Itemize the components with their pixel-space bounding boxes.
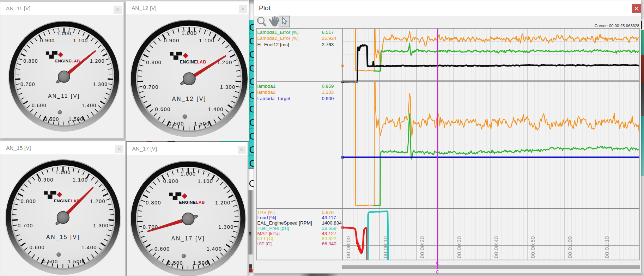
svg-text:43.127: 43.127	[322, 231, 336, 236]
svg-text:Fuel_Pres [psi]: Fuel_Pres [psi]	[257, 226, 289, 231]
svg-text:5: 5	[249, 232, 251, 237]
svg-text:00:00:40: 00:00:40	[493, 236, 499, 258]
svg-text:43.117: 43.117	[322, 215, 336, 220]
svg-text:AN_11 [V]: AN_11 [V]	[48, 93, 80, 99]
svg-text:EAL_EngineSpeed [RPM]: EAL_EngineSpeed [RPM]	[257, 220, 312, 226]
svg-text:1.100: 1.100	[199, 38, 214, 43]
svg-text:C: C	[249, 22, 254, 33]
svg-text:ENGINELAB: ENGINELAB	[55, 59, 80, 63]
svg-text:1.300: 1.300	[220, 84, 236, 90]
svg-text:0.900: 0.900	[38, 177, 54, 183]
svg-text:AN_17 [V]: AN_17 [V]	[171, 235, 205, 242]
svg-text:0.500: 0.500	[43, 259, 58, 264]
svg-text:0.700: 0.700	[143, 84, 159, 90]
svg-text:0.800: 0.800	[146, 60, 162, 65]
svg-text:0.900: 0.900	[164, 38, 180, 43]
svg-text:1.400: 1.400	[81, 245, 97, 250]
svg-text:C: C	[249, 104, 254, 115]
svg-text:1.500: 1.500	[194, 121, 209, 127]
svg-text:TPS [%]: TPS [%]	[257, 210, 275, 215]
svg-text:AN_15 [V]: AN_15 [V]	[46, 234, 80, 240]
svg-text:0.700: 0.700	[18, 223, 33, 228]
svg-text:0.800: 0.800	[23, 58, 38, 64]
svg-text:C: C	[249, 144, 254, 155]
svg-text:6.517: 6.517	[322, 30, 334, 35]
svg-text:28.669: 28.669	[322, 226, 336, 231]
svg-text:1.200: 1.200	[90, 58, 105, 64]
svg-text:C: C	[249, 117, 254, 128]
svg-text:1.400: 1.400	[206, 246, 222, 252]
svg-text:Lambda1_Error [%]: Lambda1_Error [%]	[257, 30, 298, 35]
svg-text:C: C	[249, 49, 254, 60]
svg-text:ENGINELAB: ENGINELAB	[180, 60, 206, 65]
svg-text:00:01:10: 00:01:10	[603, 236, 609, 258]
svg-text:1.000: 1.000	[182, 30, 197, 36]
svg-text:MAP [kPa]: MAP [kPa]	[257, 231, 280, 236]
svg-text:AN_12 [V]: AN_12 [V]	[172, 96, 207, 102]
svg-text:C: C	[249, 36, 254, 47]
svg-text:00:00:50: 00:00:50	[530, 236, 536, 258]
svg-text:1.400: 1.400	[82, 103, 97, 108]
svg-text:00:00:20: 00:00:20	[419, 236, 425, 258]
svg-text:5.976: 5.976	[322, 210, 334, 215]
svg-text:C: C	[436, 269, 439, 274]
svg-text:25.924: 25.924	[322, 36, 336, 41]
svg-text:2.763: 2.763	[322, 42, 334, 47]
svg-text:Lambda2_Error [%]: Lambda2_Error [%]	[257, 36, 298, 41]
svg-text:1.400: 1.400	[208, 106, 224, 112]
svg-text:lambda1: lambda1	[257, 84, 275, 89]
svg-text:C: C	[249, 158, 254, 169]
svg-text:1.100: 1.100	[73, 177, 88, 183]
svg-text:C: C	[249, 131, 254, 142]
svg-text:00:00:10: 00:00:10	[382, 236, 388, 258]
svg-text:00:00:30: 00:00:30	[456, 236, 462, 258]
svg-text:Lambda_Target: Lambda_Target	[257, 96, 290, 101]
svg-text:1.500: 1.500	[193, 260, 208, 266]
svg-text:0.800: 0.800	[146, 200, 161, 206]
svg-text:1.200: 1.200	[90, 198, 105, 204]
svg-text:1.000: 1.000	[180, 171, 196, 177]
svg-text:ENGINELAB: ENGINELAB	[179, 200, 205, 204]
svg-text:0.900: 0.900	[40, 38, 55, 43]
svg-text:ENGINELAB: ENGINELAB	[54, 198, 80, 203]
svg-text:0.600: 0.600	[32, 103, 47, 108]
svg-text:0.900: 0.900	[163, 178, 178, 184]
svg-text:0.600: 0.600	[154, 246, 170, 252]
svg-text:0.959: 0.959	[322, 84, 334, 89]
svg-text:66.340: 66.340	[322, 241, 336, 246]
svg-text:CLT [C]: CLT [C]	[257, 236, 273, 241]
svg-text:1.000: 1.000	[55, 170, 71, 175]
svg-text:1.000: 1.000	[57, 31, 72, 36]
svg-text:00:00:00: 00:00:00	[345, 236, 351, 258]
svg-text:1.500: 1.500	[69, 116, 84, 122]
svg-text:C: C	[436, 260, 439, 266]
svg-text:IAT [C]: IAT [C]	[257, 241, 272, 246]
svg-text:1.300: 1.300	[93, 81, 108, 87]
svg-text:1.200: 1.200	[215, 200, 231, 206]
svg-text:00:01:00: 00:01:00	[567, 236, 573, 258]
svg-text:0.600: 0.600	[29, 245, 45, 250]
svg-text:lambda2: lambda2	[257, 90, 275, 95]
svg-text:FI_Fuel12 [ms]: FI_Fuel12 [ms]	[257, 42, 289, 47]
svg-text:0.500: 0.500	[168, 260, 183, 266]
svg-text:1.300: 1.300	[93, 223, 109, 228]
svg-text:0.500: 0.500	[44, 116, 59, 122]
svg-text:1400.834: 1400.834	[322, 220, 342, 226]
svg-text:0.500: 0.500	[169, 121, 184, 127]
svg-text:C: C	[249, 76, 254, 87]
svg-text:1.100: 1.100	[198, 178, 213, 184]
svg-text:0.600: 0.600	[155, 106, 171, 112]
svg-text:84.822: 84.822	[322, 236, 336, 241]
svg-text:0.700: 0.700	[20, 81, 35, 87]
svg-text:0.800: 0.800	[21, 198, 36, 204]
svg-text:1.133: 1.133	[322, 90, 334, 95]
svg-text:Load [%]: Load [%]	[257, 215, 276, 220]
svg-text:1.300: 1.300	[218, 224, 234, 230]
svg-text:1.100: 1.100	[73, 38, 88, 43]
svg-text:C: C	[249, 63, 254, 74]
svg-text:C: C	[249, 178, 254, 189]
svg-text:C: C	[249, 90, 254, 101]
svg-text:0.900: 0.900	[322, 96, 334, 101]
svg-text:1.500: 1.500	[68, 259, 83, 264]
